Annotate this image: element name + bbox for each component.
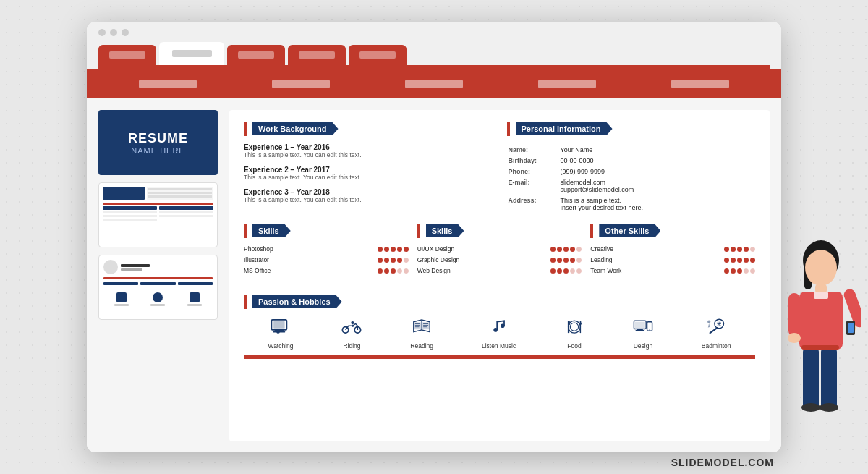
- svg-rect-30: [635, 322, 645, 328]
- skill-creative-dots: [724, 247, 755, 252]
- header-bar-accent-2: [507, 122, 510, 136]
- nav-item-2[interactable]: [272, 80, 330, 88]
- exp-2-desc: This is a sample text. You can edit this…: [244, 174, 493, 181]
- browser-chrome: [87, 22, 781, 69]
- dot-yellow: [110, 29, 117, 36]
- address-value: This is a sample text. Insert your desir…: [561, 195, 754, 212]
- experience-1: Experience 1 – Year 2016 This is a sampl…: [244, 143, 493, 158]
- skill-photoshop: Photoshop: [244, 245, 409, 253]
- work-background-title: Work Background: [252, 122, 339, 135]
- tab-inactive-3[interactable]: [288, 45, 346, 65]
- exp-2-title: Experience 2 – Year 2017: [244, 166, 493, 174]
- skill-uiux: UI/UX Design: [417, 245, 582, 253]
- skill-teamwork-dots: [724, 268, 755, 274]
- svg-rect-49: [848, 323, 854, 333]
- badminton-label: Badminton: [702, 342, 731, 350]
- badminton-icon: [706, 316, 726, 339]
- passion-icons-row: Watching: [244, 316, 755, 350]
- other-skills-header: Other Skills: [590, 224, 755, 238]
- character-illustration: [781, 221, 861, 452]
- riding-label: Riding: [343, 342, 360, 350]
- birthday-value: 00-00-0000: [561, 156, 754, 165]
- svg-rect-42: [799, 292, 843, 350]
- skill-leading: Leading: [590, 256, 755, 263]
- skill-creative-label: Creative: [590, 245, 613, 253]
- tab-label-3: [299, 51, 335, 59]
- svg-point-40: [805, 250, 837, 286]
- svg-point-20: [570, 323, 578, 331]
- slide-thumbnail-2[interactable]: [98, 255, 218, 320]
- name-value: Your Name: [561, 145, 754, 154]
- design-label: Design: [634, 342, 652, 350]
- hobby-music: Listen Music: [482, 316, 516, 350]
- tab-inactive-1[interactable]: [98, 45, 156, 65]
- food-icon: [564, 316, 584, 339]
- passion-hobbies-section: Passion & Hobbies: [244, 287, 755, 359]
- skill-leading-label: Leading: [590, 256, 612, 263]
- dot-2: [384, 258, 389, 263]
- svg-rect-51: [821, 347, 837, 409]
- skills-2-bar: [417, 224, 420, 238]
- dot-3: [391, 258, 396, 263]
- personal-info-table: Name: Your Name Birthday: 00-00-0000 Pho…: [507, 143, 756, 213]
- email-label: E-mail:: [509, 177, 559, 194]
- skill-webdesign-dots: [550, 268, 582, 274]
- nav-item-3[interactable]: [405, 80, 463, 88]
- browser-tabs: [98, 42, 770, 65]
- tab-inactive-4[interactable]: [349, 45, 407, 65]
- info-address-row: Address: This is a sample text. Insert y…: [509, 195, 754, 212]
- skills-1-title: Skills: [252, 224, 291, 237]
- svg-rect-9: [414, 322, 422, 329]
- experience-3: Experience 3 – Year 2018 This is a sampl…: [244, 188, 493, 203]
- skill-webdesign: Web Design: [417, 267, 582, 274]
- address-label: Address:: [509, 195, 559, 212]
- svg-rect-43: [814, 292, 828, 299]
- nav-item-5[interactable]: [671, 80, 729, 88]
- email-value-2: support@slidemodel.com: [561, 186, 634, 193]
- svg-point-52: [801, 403, 820, 412]
- music-icon: [489, 316, 509, 339]
- svg-rect-54: [801, 345, 839, 350]
- dot-1: [378, 268, 383, 274]
- svg-rect-10: [422, 322, 430, 329]
- exp-3-title: Experience 3 – Year 2018: [244, 188, 493, 196]
- resume-subtitle: NAME HERE: [131, 146, 184, 155]
- skill-graphic: Graphic Design: [417, 256, 582, 263]
- slide-main: RESUME NAME HERE: [98, 110, 218, 175]
- nav-item-4[interactable]: [538, 80, 596, 88]
- tab-active[interactable]: [159, 42, 224, 65]
- name-label: Name:: [509, 145, 559, 154]
- other-skills-bar: [590, 224, 593, 238]
- address-value-1: This is a sample text.: [561, 197, 622, 204]
- svg-rect-44: [788, 293, 800, 337]
- skills-1-header: Skills: [244, 224, 409, 238]
- svg-point-7: [352, 321, 354, 324]
- skill-photoshop-dots: [378, 247, 409, 252]
- skill-uiux-dots: [550, 247, 582, 252]
- exp-1-desc: This is a sample text. You can edit this…: [244, 151, 493, 158]
- hobby-badminton: Badminton: [702, 316, 731, 350]
- hobby-watching: Watching: [268, 316, 293, 350]
- dot-red: [98, 29, 106, 36]
- slide-panel: RESUME NAME HERE: [98, 110, 218, 441]
- dot-1: [378, 247, 383, 252]
- skills-2-header: Skills: [417, 224, 582, 238]
- skills-section: Skills Photoshop Illustrator: [244, 224, 755, 278]
- svg-rect-26: [637, 329, 643, 330]
- svg-point-46: [788, 333, 801, 343]
- food-label: Food: [567, 342, 581, 350]
- svg-rect-27: [635, 330, 644, 331]
- watermark-text: SLIDEMODEL.COM: [671, 457, 774, 468]
- skills-2-section: Skills UI/UX Design Graphic Des: [417, 224, 582, 278]
- skill-uiux-label: UI/UX Design: [417, 245, 455, 253]
- svg-rect-3: [273, 321, 284, 329]
- tab-inactive-2[interactable]: [227, 45, 285, 65]
- address-value-2: Insert your desired text here.: [561, 204, 644, 211]
- riding-icon: [341, 316, 362, 339]
- info-birthday-row: Birthday: 00-00-0000: [509, 156, 754, 165]
- slide-thumbnail-1[interactable]: [98, 182, 218, 247]
- phone-value: (999) 999-9999: [561, 166, 754, 176]
- phone-label: Phone:: [509, 166, 559, 176]
- skill-msoffice-dots: [378, 268, 409, 274]
- nav-item-1[interactable]: [139, 80, 197, 88]
